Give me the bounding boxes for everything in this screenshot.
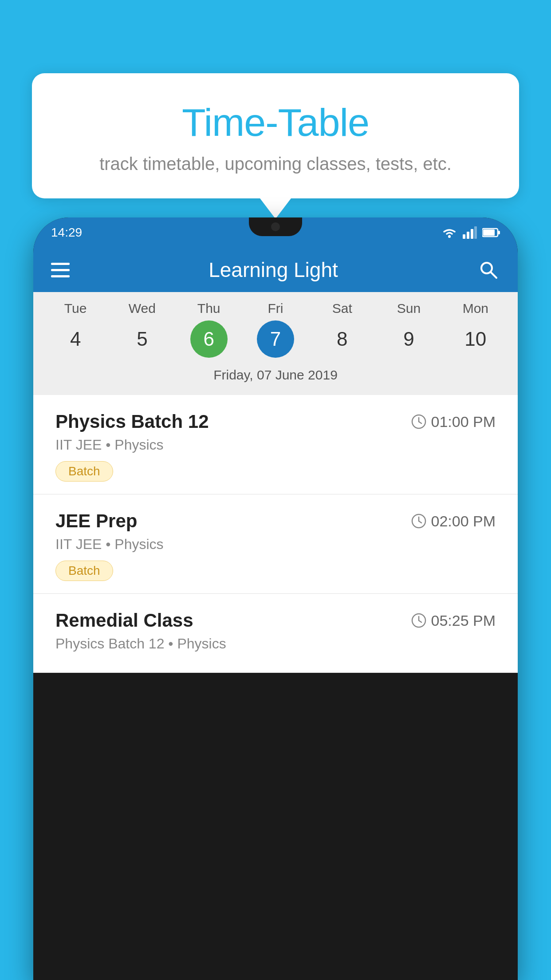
day-mon[interactable]: Mon 10 [449, 301, 502, 358]
day-name-wed: Wed [129, 301, 156, 316]
schedule-title-1: Physics Batch 12 [55, 411, 209, 432]
clock-icon-2 [411, 514, 426, 529]
svg-line-15 [419, 521, 421, 523]
schedule-item-header-2: JEE Prep 02:00 PM [55, 510, 496, 532]
day-num-sun: 9 [390, 320, 428, 358]
svg-rect-3 [471, 229, 473, 239]
day-tue[interactable]: Tue 4 [49, 301, 102, 358]
day-sat[interactable]: Sat 8 [315, 301, 369, 358]
clock-icon-3 [411, 613, 426, 628]
day-name-thu: Thu [197, 301, 220, 316]
day-name-sat: Sat [332, 301, 352, 316]
day-num-wed: 5 [123, 320, 161, 358]
status-bar: 14:29 [33, 217, 518, 248]
schedule-item-3[interactable]: Remedial Class 05:25 PM Physics Batch 12… [33, 594, 518, 673]
batch-badge-2: Batch [55, 561, 113, 581]
status-time: 14:29 [51, 225, 82, 240]
day-num-tue: 4 [57, 320, 94, 358]
day-name-tue: Tue [64, 301, 87, 316]
schedule-item-2[interactable]: JEE Prep 02:00 PM IIT JEE • Physics Batc… [33, 494, 518, 594]
clock-icon-1 [411, 414, 426, 429]
app-title: Learning Light [209, 258, 338, 282]
search-button[interactable] [477, 258, 500, 281]
day-name-mon: Mon [463, 301, 488, 316]
schedule-list: Physics Batch 12 01:00 PM IIT JEE • Phys… [33, 395, 518, 673]
day-fri[interactable]: Fri 7 [249, 301, 302, 358]
phone-screen: Tue 4 Wed 5 Thu 6 Fri 7 Sat 8 [33, 292, 518, 673]
svg-rect-7 [498, 231, 500, 234]
svg-rect-4 [474, 226, 477, 239]
svg-rect-1 [463, 234, 465, 239]
svg-line-12 [419, 422, 421, 423]
day-num-mon: 10 [457, 320, 494, 358]
schedule-title-2: JEE Prep [55, 510, 137, 532]
schedule-time-1: 01:00 PM [411, 413, 496, 431]
notch [249, 217, 302, 236]
app-bar: Learning Light [33, 248, 518, 292]
hamburger-line [51, 269, 70, 271]
hamburger-line [51, 275, 70, 277]
hamburger-line [51, 263, 70, 265]
batch-badge-1: Batch [55, 461, 113, 482]
svg-rect-2 [467, 232, 469, 239]
wifi-icon [441, 226, 457, 239]
selected-date: Friday, 07 June 2019 [33, 361, 518, 391]
signal-icon [463, 226, 477, 239]
day-num-fri: 7 [257, 320, 294, 358]
battery-icon [482, 227, 500, 238]
day-name-fri: Fri [268, 301, 283, 316]
schedule-sub-2: IIT JEE • Physics [55, 536, 496, 553]
schedule-title-3: Remedial Class [55, 610, 193, 631]
phone-frame: 14:29 [33, 217, 518, 980]
schedule-item-1[interactable]: Physics Batch 12 01:00 PM IIT JEE • Phys… [33, 395, 518, 494]
feature-title: Time-Table [59, 100, 492, 145]
day-thu[interactable]: Thu 6 [182, 301, 236, 358]
schedule-sub-1: IIT JEE • Physics [55, 437, 496, 453]
schedule-sub-3: Physics Batch 12 • Physics [55, 636, 496, 652]
svg-rect-6 [483, 229, 495, 236]
day-num-thu: 6 [190, 320, 228, 358]
status-icons [441, 226, 500, 239]
days-row: Tue 4 Wed 5 Thu 6 Fri 7 Sat 8 [33, 301, 518, 358]
day-name-sun: Sun [397, 301, 421, 316]
schedule-item-header-1: Physics Batch 12 01:00 PM [55, 411, 496, 432]
day-num-sat: 8 [323, 320, 361, 358]
calendar-strip: Tue 4 Wed 5 Thu 6 Fri 7 Sat 8 [33, 292, 518, 395]
schedule-time-3: 05:25 PM [411, 612, 496, 629]
schedule-item-header-3: Remedial Class 05:25 PM [55, 610, 496, 631]
svg-point-0 [448, 235, 451, 238]
day-sun[interactable]: Sun 9 [382, 301, 436, 358]
svg-line-9 [491, 272, 496, 278]
day-wed[interactable]: Wed 5 [115, 301, 169, 358]
svg-line-18 [419, 620, 421, 622]
search-icon [479, 260, 498, 280]
feature-card: Time-Table track timetable, upcoming cla… [32, 73, 519, 198]
hamburger-menu-button[interactable] [51, 263, 70, 277]
camera [271, 222, 280, 231]
schedule-time-2: 02:00 PM [411, 513, 496, 530]
feature-subtitle: track timetable, upcoming classes, tests… [59, 154, 492, 174]
